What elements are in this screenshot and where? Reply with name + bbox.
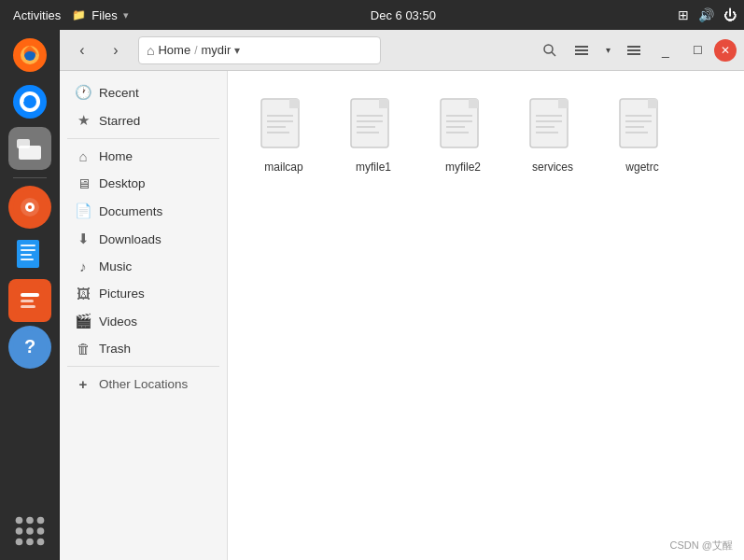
taskbar-app-help[interactable]: ? bbox=[8, 326, 51, 369]
svg-point-24 bbox=[26, 517, 34, 525]
recent-icon: 🕐 bbox=[75, 84, 91, 101]
other-locations-icon: + bbox=[75, 376, 91, 392]
sidebar-item-recent[interactable]: 🕐 Recent bbox=[60, 78, 227, 106]
svg-rect-39 bbox=[627, 53, 640, 55]
svg-point-25 bbox=[36, 517, 44, 525]
svg-rect-16 bbox=[21, 259, 34, 260]
files-menu-label[interactable]: Files bbox=[91, 8, 117, 22]
svg-rect-38 bbox=[627, 49, 640, 51]
svg-rect-35 bbox=[575, 49, 588, 51]
taskbar-app-thunderbird[interactable] bbox=[8, 80, 51, 123]
files-grid: mailcap myfile1 myfile2 services wgetrc bbox=[228, 71, 744, 560]
taskbar: ? bbox=[0, 30, 60, 560]
taskbar-app-rhythmbox[interactable] bbox=[8, 186, 51, 229]
file-name: wgetrc bbox=[625, 161, 658, 175]
svg-rect-15 bbox=[21, 254, 32, 256]
svg-rect-20 bbox=[21, 305, 35, 308]
svg-line-33 bbox=[552, 52, 555, 56]
toolbar: ‹ › ⌂ Home / mydir ▾ bbox=[60, 30, 744, 71]
menu-button[interactable] bbox=[619, 35, 649, 65]
sidebar-item-downloads[interactable]: ⬇ Downloads bbox=[60, 225, 227, 253]
file-icon bbox=[437, 95, 489, 155]
forward-button[interactable]: › bbox=[101, 35, 131, 65]
breadcrumb: ⌂ Home / mydir ▾ bbox=[138, 36, 381, 64]
sidebar-item-videos[interactable]: 🎬 Videos bbox=[60, 307, 227, 335]
svg-point-11 bbox=[28, 205, 32, 209]
svg-rect-7 bbox=[19, 146, 41, 160]
svg-rect-49 bbox=[379, 99, 388, 108]
file-name: services bbox=[532, 161, 573, 175]
breadcrumb-dropdown-button[interactable]: ▾ bbox=[234, 44, 240, 57]
svg-rect-63 bbox=[558, 99, 568, 108]
svg-rect-34 bbox=[575, 46, 588, 48]
file-name: mailcap bbox=[264, 161, 302, 175]
file-item-myfile2[interactable]: myfile2 bbox=[426, 90, 500, 181]
power-icon[interactable]: ⏻ bbox=[723, 7, 737, 22]
list-view-icon bbox=[574, 43, 589, 58]
music-icon: ♪ bbox=[75, 259, 91, 274]
svg-point-30 bbox=[26, 539, 34, 546]
view-list-button[interactable] bbox=[567, 35, 597, 65]
svg-point-28 bbox=[36, 527, 44, 535]
network-icon[interactable]: ⊞ bbox=[678, 7, 689, 22]
taskbar-app-software[interactable] bbox=[8, 279, 51, 322]
sidebar-item-trash[interactable]: 🗑 Trash bbox=[60, 335, 227, 362]
pictures-icon: 🖼 bbox=[75, 286, 91, 301]
breadcrumb-home[interactable]: Home bbox=[158, 43, 190, 57]
desktop-icon: 🖥 bbox=[75, 175, 91, 191]
maximize-button[interactable]: ☐ bbox=[682, 35, 712, 65]
svg-rect-42 bbox=[289, 99, 299, 108]
fm-body: 🕐 Recent ★ Starred ⌂ Home 🖥 Desktop � bbox=[60, 71, 744, 560]
taskbar-app-firefox[interactable] bbox=[8, 34, 51, 77]
watermark: CSDN @艾醒 bbox=[670, 539, 733, 553]
svg-text:?: ? bbox=[23, 336, 35, 357]
sidebar-item-documents[interactable]: 📄 Documents bbox=[60, 197, 227, 225]
search-button[interactable] bbox=[535, 35, 565, 65]
svg-point-26 bbox=[15, 527, 22, 535]
search-icon bbox=[542, 43, 557, 58]
breadcrumb-mydir[interactable]: mydir bbox=[202, 43, 232, 57]
sidebar-item-music[interactable]: ♪ Music bbox=[60, 253, 227, 280]
svg-point-27 bbox=[26, 527, 34, 535]
file-item-services[interactable]: services bbox=[515, 90, 590, 181]
activities-button[interactable]: Activities bbox=[7, 7, 66, 24]
taskbar-divider bbox=[13, 177, 47, 178]
svg-rect-70 bbox=[648, 99, 657, 108]
svg-point-29 bbox=[15, 539, 22, 546]
sidebar-divider-1 bbox=[67, 138, 219, 139]
top-bar: Activities 📁 Files ▾ Dec 6 03:50 ⊞ 🔊 ⏻ bbox=[0, 0, 744, 30]
volume-icon[interactable]: 🔊 bbox=[698, 7, 714, 22]
file-item-mailcap[interactable]: mailcap bbox=[246, 90, 321, 181]
file-icon bbox=[258, 95, 310, 155]
taskbar-app-writer[interactable] bbox=[8, 232, 51, 275]
file-item-myfile1[interactable]: myfile1 bbox=[336, 90, 411, 181]
file-icon bbox=[347, 95, 400, 155]
videos-icon: 🎬 bbox=[75, 313, 91, 329]
minimize-button[interactable]: _ bbox=[651, 35, 681, 65]
sidebar-item-home[interactable]: ⌂ Home bbox=[60, 143, 227, 170]
svg-rect-36 bbox=[575, 53, 588, 55]
svg-rect-19 bbox=[21, 300, 34, 302]
home-icon: ⌂ bbox=[147, 43, 154, 58]
taskbar-app-files[interactable] bbox=[8, 127, 51, 170]
back-button[interactable]: ‹ bbox=[67, 35, 97, 65]
trash-icon: 🗑 bbox=[75, 341, 91, 357]
view-dropdown-button[interactable]: ▾ bbox=[598, 35, 617, 65]
sidebar-item-desktop[interactable]: 🖥 Desktop bbox=[60, 170, 227, 197]
sidebar-item-starred[interactable]: ★ Starred bbox=[60, 106, 227, 134]
svg-point-23 bbox=[15, 517, 22, 525]
svg-rect-14 bbox=[21, 249, 35, 251]
app-grid-button[interactable] bbox=[8, 510, 51, 553]
toolbar-right: ▾ _ ☐ ✕ bbox=[535, 35, 737, 65]
close-button[interactable]: ✕ bbox=[714, 39, 737, 62]
hamburger-icon bbox=[626, 43, 641, 58]
sidebar: 🕐 Recent ★ Starred ⌂ Home 🖥 Desktop � bbox=[60, 71, 228, 560]
file-item-wgetrc[interactable]: wgetrc bbox=[605, 90, 680, 181]
main-area: ? ‹ › ⌂ Home / bbox=[0, 30, 744, 560]
file-name: myfile1 bbox=[356, 161, 391, 175]
sidebar-item-pictures[interactable]: 🖼 Pictures bbox=[60, 280, 227, 307]
starred-icon: ★ bbox=[75, 112, 91, 129]
sidebar-item-other-locations[interactable]: + Other Locations bbox=[60, 371, 227, 398]
svg-rect-13 bbox=[21, 245, 35, 246]
top-bar-datetime: Dec 6 03:50 bbox=[371, 8, 436, 22]
